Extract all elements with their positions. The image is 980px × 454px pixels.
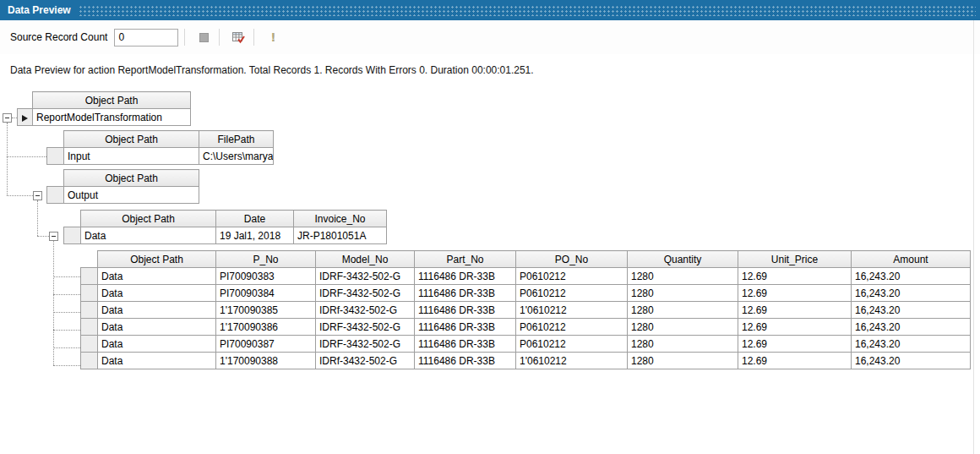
cell-object-path[interactable]: Data: [98, 285, 216, 302]
expander-root-node[interactable]: [3, 113, 12, 123]
cell-model-no[interactable]: IDRf-3432-502-G: [316, 302, 415, 319]
row-selector[interactable]: [81, 268, 98, 285]
panel-title: Data Preview: [0, 4, 79, 16]
cell-output-node[interactable]: Output: [64, 187, 199, 204]
row-selector[interactable]: [47, 148, 64, 165]
column-header-invoice-no: Invoice_No: [294, 211, 387, 227]
column-header-object-path: Object Path: [64, 170, 199, 187]
header-spacer: [47, 131, 64, 148]
toolbar-separator: [253, 29, 254, 46]
cell-quantity[interactable]: 1280: [628, 285, 738, 302]
cell-part-no[interactable]: 1116486 DR-33B: [415, 336, 516, 353]
cell-part-no[interactable]: 1116486 DR-33B: [415, 319, 516, 336]
cell-quantity[interactable]: 1280: [628, 353, 738, 369]
cell-object-path[interactable]: Data: [98, 302, 216, 319]
panel-titlebar[interactable]: Data Preview: [0, 0, 980, 20]
cell-quantity[interactable]: 1280: [628, 336, 738, 353]
table-row: Input C:\Users\maryam.: [47, 148, 274, 165]
cell-p-no[interactable]: PI70090387: [216, 336, 316, 353]
cell-p-no[interactable]: PI70090383: [216, 268, 316, 285]
row-selector[interactable]: [81, 319, 98, 336]
cell-object-path[interactable]: Input: [64, 148, 199, 165]
cell-po-no[interactable]: 1'0610212: [516, 353, 628, 369]
row-selector[interactable]: [64, 227, 81, 244]
cell-amount[interactable]: 16,243.20: [852, 319, 971, 336]
cell-p-no[interactable]: 1'170090385: [216, 302, 316, 319]
cell-model-no[interactable]: IDRf-3432-502-G: [316, 353, 415, 369]
expander-output-node[interactable]: [33, 191, 42, 200]
cell-po-no[interactable]: 1'0610212: [516, 302, 628, 319]
column-header-part-no: Part_No: [415, 251, 516, 268]
source-record-count-input[interactable]: [114, 29, 178, 46]
header-row: Object Path FilePath: [47, 131, 274, 148]
cell-unit-price[interactable]: 12.69: [738, 336, 852, 353]
tree-connector: [53, 330, 80, 331]
cell-p-no[interactable]: 1'170090386: [216, 319, 316, 336]
row-selector[interactable]: [81, 353, 98, 369]
cell-unit-price[interactable]: 12.69: [738, 302, 852, 319]
column-header-quantity: Quantity: [628, 251, 738, 268]
toolbar-separator: [184, 29, 185, 46]
cell-amount[interactable]: 16,243.20: [852, 268, 971, 285]
table-row: Data 19 Jal1, 2018 JR-P1801051A: [64, 227, 387, 244]
cell-filepath[interactable]: C:\Users\maryam.: [199, 148, 274, 165]
cell-po-no[interactable]: P0610212: [516, 336, 628, 353]
cell-quantity[interactable]: 1280: [628, 319, 738, 336]
cell-model-no[interactable]: IDRF-3432-502-G: [316, 268, 415, 285]
column-header-po-no: PO_No: [516, 251, 628, 268]
cell-amount[interactable]: 16,243.20: [852, 353, 971, 369]
row-selector[interactable]: [47, 187, 64, 204]
cell-part-no[interactable]: 1116486 DR-33B: [415, 268, 516, 285]
column-header-date: Date: [216, 211, 294, 227]
titlebar-dot-pattern: [79, 5, 976, 16]
cell-p-no[interactable]: PI70090384: [216, 285, 316, 302]
cell-unit-price[interactable]: 12.69: [738, 353, 852, 369]
cell-model-no[interactable]: IDRF-3432-502-G: [316, 285, 415, 302]
data-node-grid: Object Path Date Invoice_No Data 19 Jal1…: [63, 210, 387, 244]
cell-part-no[interactable]: 1116486 DR-33B: [415, 285, 516, 302]
row-selector[interactable]: [81, 285, 98, 302]
cell-part-no[interactable]: 1116486 DR-33B: [415, 353, 516, 369]
cell-object-path[interactable]: Data: [98, 268, 216, 285]
cell-quantity[interactable]: 1280: [628, 268, 738, 285]
cell-root-node[interactable]: ReportModelTransformation: [33, 109, 191, 126]
cell-po-no[interactable]: P0610212: [516, 268, 628, 285]
table-check-icon: [231, 30, 245, 44]
current-row-selector[interactable]: [18, 109, 33, 126]
cell-unit-price[interactable]: 12.69: [738, 319, 852, 336]
header-spacer: [18, 92, 33, 109]
cell-po-no[interactable]: P0610212: [516, 319, 628, 336]
stop-icon: [199, 33, 209, 42]
column-header-unit-price: Unit_Price: [738, 251, 852, 268]
cell-amount[interactable]: 16,243.20: [852, 302, 971, 319]
cell-quantity[interactable]: 1280: [628, 302, 738, 319]
expander-data-node[interactable]: [49, 232, 58, 241]
cell-amount[interactable]: 16,243.20: [852, 285, 971, 302]
cell-object-path[interactable]: Data: [98, 353, 216, 369]
detail-records-grid: Object Path P_No Model_No Part_No PO_No …: [80, 250, 971, 369]
cell-model-no[interactable]: IDRF-3432-502-G: [316, 336, 415, 353]
cell-object-path[interactable]: Data: [98, 319, 216, 336]
cell-object-path[interactable]: Data: [98, 336, 216, 353]
show-errors-button[interactable]: !: [264, 28, 282, 46]
cell-invoice-no[interactable]: JR-P1801051A: [294, 227, 387, 244]
cell-unit-price[interactable]: 12.69: [738, 285, 852, 302]
root-node-grid: Object Path ReportModelTransformation: [17, 91, 191, 126]
cell-model-no[interactable]: IDRF-3432-502-G: [316, 319, 415, 336]
cell-unit-price[interactable]: 12.69: [738, 268, 852, 285]
tree-connector: [7, 123, 8, 195]
cell-part-no[interactable]: 1116486 DR-33B: [415, 302, 516, 319]
cell-date[interactable]: 19 Jal1, 2018: [216, 227, 294, 244]
column-header-object-path: Object Path: [33, 92, 191, 109]
table-row: Output: [47, 187, 199, 204]
row-selector[interactable]: [81, 302, 98, 319]
preview-data-button[interactable]: [229, 28, 248, 46]
cell-p-no[interactable]: 1'170090388: [216, 353, 316, 369]
row-selector[interactable]: [81, 336, 98, 353]
cell-po-no[interactable]: P0610212: [516, 285, 628, 302]
header-row: Object Path: [18, 92, 191, 109]
cell-amount[interactable]: 16,243.20: [852, 336, 971, 353]
header-spacer: [81, 251, 98, 268]
stop-button[interactable]: [194, 28, 213, 46]
cell-object-path[interactable]: Data: [81, 227, 216, 244]
